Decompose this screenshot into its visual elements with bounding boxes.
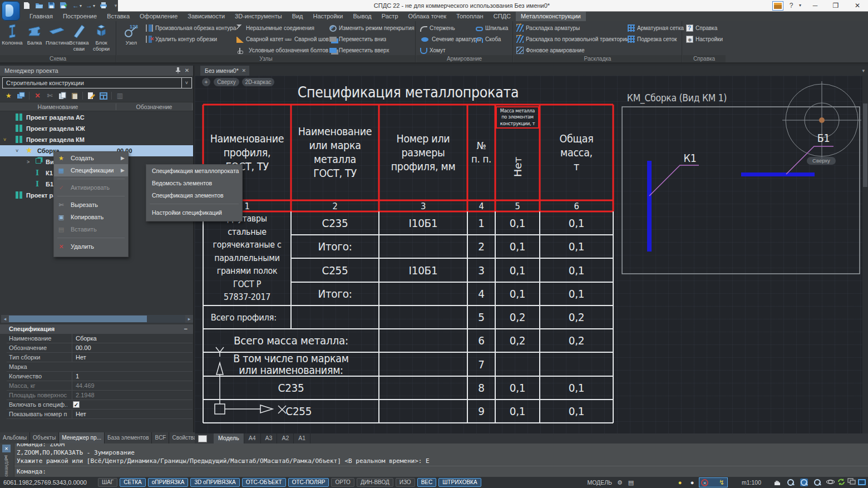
copy-icon[interactable] <box>58 92 66 100</box>
layout-tab-sheet[interactable]: А1 <box>294 433 310 443</box>
layout-tab-model[interactable]: Модель <box>214 433 244 443</box>
property-value[interactable]: Нет <box>72 410 193 418</box>
collapse-icon[interactable]: − <box>184 324 188 334</box>
ribbon-button[interactable]: Справка <box>685 23 717 33</box>
checkbox-checked-icon[interactable]: ✓ <box>73 401 80 408</box>
table-view-icon[interactable] <box>99 92 107 100</box>
combo-arrow-icon[interactable]: ˅ <box>181 78 191 88</box>
orbit-icon[interactable] <box>826 478 835 487</box>
monitors-icon[interactable] <box>847 478 856 487</box>
ribbon-button[interactable]: Раскладка по произвольной траектории <box>516 34 629 44</box>
status-toggle[interactable]: ШАГ <box>98 478 117 487</box>
menu-item[interactable]: ▤Вставить <box>54 223 128 235</box>
ribbon-tab[interactable]: Построение <box>58 12 102 21</box>
ribbon-button[interactable]: Стержень <box>420 23 455 33</box>
pile-button[interactable]: Вставка сваи <box>68 23 90 52</box>
ribbon-button[interactable]: Произвольная обрезка контура <box>146 23 236 33</box>
ribbon-button[interactable]: Переместить вниз <box>329 34 386 44</box>
ribbon-button[interactable]: Переместить вверх <box>329 46 389 55</box>
zoom-icon[interactable] <box>787 479 795 486</box>
ribbon-button[interactable]: Арматурная сетка <box>628 23 684 33</box>
ribbon-tab[interactable]: Вид <box>287 12 308 21</box>
ribbon-button[interactable]: Сечение арматуры <box>420 34 481 44</box>
sheet-icon[interactable]: ▤ <box>627 478 635 487</box>
scale-display[interactable]: m1:100 <box>742 477 761 488</box>
menu-item[interactable]: ✄Вырезать <box>54 199 128 211</box>
cut-icon[interactable]: ✄ <box>46 92 54 100</box>
status-toggle[interactable]: ОРТО <box>331 478 354 487</box>
minimize-button[interactable]: ─ <box>807 0 823 11</box>
ribbon-button[interactable]: Условные обозначения болтов <box>236 46 328 55</box>
menu-item[interactable]: ▦Спецификации▶ <box>54 164 128 176</box>
tab-list-icon[interactable]: ▾ <box>862 68 865 73</box>
document-tab[interactable]: Без имени0*✕ <box>200 66 249 76</box>
ribbon-tab[interactable]: Вставка <box>102 12 135 21</box>
ribbon-button[interactable]: Фоновое армирование <box>516 46 585 55</box>
save-icon[interactable] <box>47 2 56 10</box>
node-button[interactable]: 123 Узел <box>121 23 141 46</box>
ribbon-tab[interactable]: Металлоконструкции <box>516 12 586 21</box>
panel-tab[interactable]: Альбомы <box>0 432 30 443</box>
paste-icon[interactable] <box>70 92 78 100</box>
panel-tab[interactable]: База элементов <box>105 432 152 443</box>
workspace-icon[interactable]: ⚙ <box>615 478 624 487</box>
sync-icon[interactable] <box>837 478 846 487</box>
property-value[interactable]: Сборка <box>72 334 193 343</box>
ribbon-tab[interactable]: Зависимости <box>183 12 230 21</box>
lightning-icon[interactable]: ↯ <box>719 479 724 486</box>
status-toggle[interactable]: ОТС-ПОЛЯР <box>288 478 329 487</box>
beam-button[interactable]: Балка <box>23 23 46 46</box>
layout-tab-sheet[interactable]: А4 <box>244 433 261 443</box>
tab-close-icon[interactable]: ✕ <box>241 66 246 76</box>
layout-list-icon[interactable] <box>198 435 207 442</box>
viewport-plus-button[interactable]: + <box>202 78 210 86</box>
help-icon[interactable]: ? <box>787 0 796 11</box>
zoom-rect-icon[interactable] <box>813 479 821 486</box>
menu-item[interactable]: ▣Копировать <box>54 211 128 223</box>
maximize-button[interactable]: ❐ <box>827 0 844 11</box>
submenu-item[interactable]: Спецификация элементов <box>146 189 242 201</box>
new-file-icon[interactable] <box>22 2 31 10</box>
command-input[interactable]: Команда: <box>17 467 46 476</box>
app-logo[interactable] <box>2 1 20 21</box>
undo-dropdown-icon[interactable]: ▾ <box>78 2 83 10</box>
ribbon-button[interactable]: Неразъемные соединения <box>236 23 314 33</box>
no-annotation-icon[interactable]: ✕ <box>701 479 708 486</box>
status-toggle[interactable]: ШТРИХОВКА <box>438 478 481 487</box>
command-close-icon[interactable]: ✕ <box>2 445 11 452</box>
submenu-item[interactable]: Спецификация металлопроката <box>146 165 242 177</box>
property-value[interactable]: 00.00 <box>72 343 193 352</box>
property-value[interactable]: 1 <box>72 372 193 381</box>
assembly-block-button[interactable]: Блок сборки <box>90 23 112 52</box>
menu-item[interactable]: ★Создать▶ <box>54 152 128 164</box>
ribbon-button[interactable]: шшСварной шов <box>285 34 329 44</box>
menu-item[interactable]: ✕Удалить <box>54 240 128 253</box>
close-button[interactable]: ✕ <box>849 0 866 11</box>
chevron-down-icon[interactable]: ˅ <box>3 134 6 145</box>
tree-item[interactable]: Проект раздела КЖ <box>0 123 193 134</box>
tree-item[interactable]: ˅Проект раздела КМ <box>0 134 193 145</box>
new-project-icon[interactable]: ★ <box>4 92 13 100</box>
ribbon-tab[interactable]: СПДС <box>489 12 516 21</box>
pin-icon[interactable] <box>174 67 182 75</box>
save-all-icon[interactable] <box>59 2 68 10</box>
ribbon-button[interactable]: Скоба <box>476 34 501 44</box>
ribbon-button[interactable]: Удалить контур обрезки <box>146 34 217 44</box>
ribbon-tab[interactable]: 3D-инструменты <box>230 12 287 21</box>
panel-tab[interactable]: Объекты <box>30 432 59 443</box>
property-value[interactable]: 44.469 <box>72 381 193 390</box>
submenu-item[interactable]: Настройки спецификаций <box>146 206 242 219</box>
panel-tab[interactable]: Менеджер пр... <box>59 432 105 443</box>
ribbon-button[interactable]: Сварной катет <box>236 34 283 44</box>
property-value[interactable]: Нет <box>72 353 193 362</box>
ribbon-tab[interactable]: Оформление <box>135 12 183 21</box>
ribbon-button[interactable]: Раскладка арматуры <box>516 23 580 33</box>
submenu-item[interactable]: Ведомость элементов <box>146 177 242 189</box>
status-toggle[interactable]: 3D оПРИВЯЗКА <box>190 478 239 487</box>
expander-icon[interactable]: > <box>27 156 29 167</box>
ribbon-button[interactable]: Изменить режим перекрытия <box>329 23 415 33</box>
status-toggle[interactable]: ИЗО <box>396 478 415 487</box>
scroll-left-icon[interactable]: ◂ <box>1 315 9 323</box>
panel-close-icon[interactable]: ✕ <box>183 67 191 75</box>
ribbon-button[interactable]: Подрезка сеток <box>628 34 677 44</box>
